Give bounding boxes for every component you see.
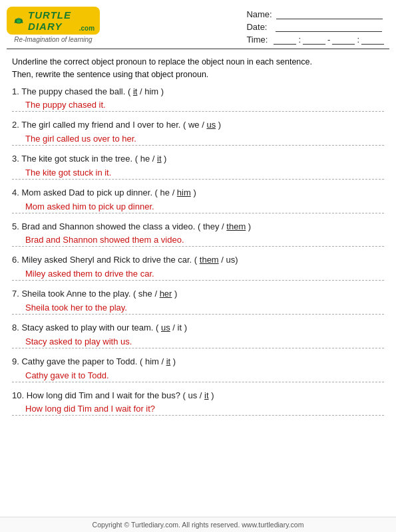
answer-text: The puppy chased it.	[12, 100, 384, 110]
question-block: 7. Sheila took Anne to the play. ( she /…	[12, 287, 384, 315]
turtle-icon	[12, 13, 25, 29]
dashed-line	[12, 280, 384, 281]
dashed-line	[12, 415, 384, 416]
question-line: 1. The puppy chased the ball. ( it / him…	[12, 85, 384, 99]
time-seg3	[332, 35, 355, 45]
svg-point-2	[17, 18, 20, 21]
svg-point-3	[17, 18, 18, 19]
question-line: 8. Stacy asked to play with our team. ( …	[12, 321, 384, 335]
dashed-line	[12, 111, 384, 112]
dashed-line	[12, 382, 384, 382]
instructions: Underline the correct object pronoun to …	[0, 53, 396, 85]
logo-text: TURTLE DIARY	[28, 9, 79, 32]
answer-text: Miley asked them to drive the car.	[12, 269, 384, 279]
answer-text: Mom asked him to pick up dinner.	[12, 201, 384, 211]
answer-text: Cathy gave it to Todd.	[12, 370, 384, 380]
question-block: 2. The girl called my friend and I over …	[12, 118, 384, 146]
logo-box: TURTLE DIARY .com	[7, 7, 100, 35]
name-date-time: Name: Date: Time: : - :	[246, 7, 384, 45]
logo-com: .com	[79, 25, 95, 32]
question-line: 4. Mom asked Dad to pick up dinner. ( he…	[12, 186, 384, 200]
time-row: Time: : - :	[246, 35, 384, 45]
question-block: 9. Cathy gave the paper to Todd. ( him /…	[12, 355, 384, 382]
question-block: 4. Mom asked Dad to pick up dinner. ( he…	[12, 186, 384, 213]
dashed-line	[12, 246, 384, 247]
time-colon2: :	[357, 35, 359, 45]
time-seg1	[274, 35, 296, 45]
answer-text: Brad and Shannon showed them a video.	[12, 235, 384, 245]
footer: Copyright © Turtlediary.com. All rights …	[0, 517, 396, 532]
dashed-line	[12, 348, 384, 348]
question-block: 8. Stacy asked to play with our team. ( …	[12, 321, 384, 348]
answer-text: Stacy asked to play with us.	[12, 336, 384, 346]
date-line	[276, 23, 382, 32]
header: TURTLE DIARY .com Re-Imagination of lear…	[0, 0, 396, 49]
logo-tagline: Re-Imagination of learning	[14, 36, 92, 43]
question-line: 6. Miley asked Sheryl and Rick to drive …	[12, 253, 384, 267]
question-line: 5. Brad and Shannon showed the class a v…	[12, 220, 384, 234]
time-dash: -	[327, 35, 330, 45]
answer-text: The kite got stuck in it.	[12, 168, 384, 178]
question-line: 7. Sheila took Anne to the play. ( she /…	[12, 287, 384, 301]
dashed-line	[12, 213, 384, 213]
logo-area: TURTLE DIARY .com Re-Imagination of lear…	[7, 7, 100, 43]
date-label: Date:	[246, 22, 272, 32]
question-line: 10. How long did Tim and I wait for the …	[12, 389, 384, 403]
footer-text: Copyright © Turtlediary.com. All rights …	[93, 521, 304, 529]
time-seg2	[303, 35, 325, 45]
name-row: Name:	[246, 9, 384, 19]
questions-section: 1. The puppy chased the ball. ( it / him…	[0, 85, 396, 416]
name-label: Name:	[246, 9, 272, 19]
date-row: Date:	[246, 22, 384, 32]
header-divider	[7, 49, 389, 49]
question-block: 6. Miley asked Sheryl and Rick to drive …	[12, 253, 384, 281]
dashed-line	[12, 314, 384, 315]
time-seg4	[361, 35, 384, 45]
question-line: 2. The girl called my friend and I over …	[12, 118, 384, 132]
question-line: 9. Cathy gave the paper to Todd. ( him /…	[12, 355, 384, 369]
answer-text: How long did Tim and I wait for it?	[12, 404, 384, 414]
question-block: 5. Brad and Shannon showed the class a v…	[12, 220, 384, 247]
name-line	[276, 10, 383, 19]
svg-point-4	[19, 18, 19, 19]
question-block: 10. How long did Tim and I wait for the …	[12, 389, 384, 416]
answer-text: The girl called us over to her.	[12, 134, 384, 144]
answer-text: Sheila took her to the play.	[12, 303, 384, 313]
dashed-line	[12, 179, 384, 180]
question-line: 3. The kite got stuck in the tree. ( he …	[12, 152, 384, 166]
question-block: 1. The puppy chased the ball. ( it / him…	[12, 85, 384, 112]
time-colon1: :	[298, 35, 301, 45]
time-label: Time:	[246, 35, 272, 45]
question-block: 3. The kite got stuck in the tree. ( he …	[12, 152, 384, 180]
dashed-line	[12, 145, 384, 146]
